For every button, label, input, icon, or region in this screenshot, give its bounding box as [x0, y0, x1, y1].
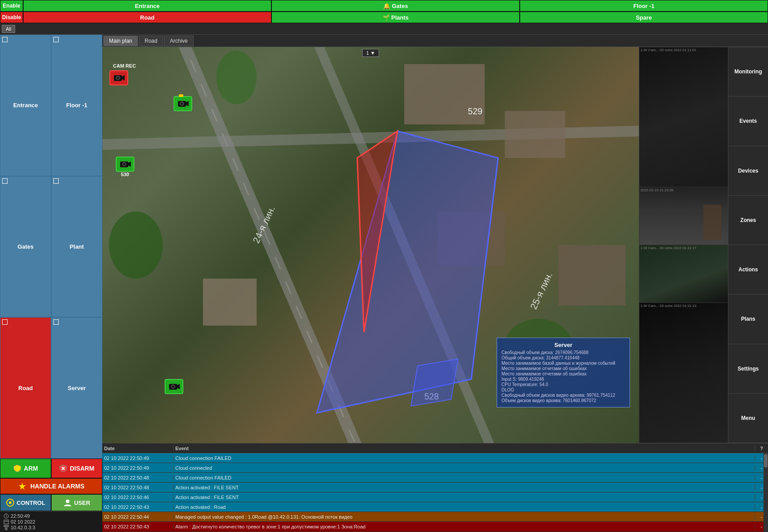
cam-feed-3[interactable]: 1:30 Cam... 03 octra 2022 01:31:17: [639, 245, 728, 303]
svg-point-4: [66, 500, 69, 503]
camera-green-bottom[interactable]: [165, 379, 183, 394]
event-row-4[interactable]: 02 10 2022 22:50:48 Action activated : F…: [102, 483, 768, 492]
status-date-row: 02 10 2022: [4, 519, 99, 524]
nav-zones[interactable]: Zones: [728, 196, 768, 245]
svg-rect-22: [505, 111, 566, 158]
cam-feed-4-time: 1:30 Cam... 03 octra 2022 01:31:13: [640, 304, 696, 308]
event-row-5[interactable]: 02 10 2022 22:50:46 Action activated : F…: [102, 492, 768, 502]
status-ip-row: 10.42.0.3:3: [4, 525, 99, 530]
entrance-checkbox[interactable]: [2, 37, 8, 42]
server-row-1: Свободный объем диска: 2674096.754688: [501, 350, 625, 355]
svg-line-7: [6, 516, 7, 517]
svg-point-49: [172, 386, 174, 387]
sidebar-cell-plant[interactable]: Plant: [51, 176, 102, 318]
section-buttons: Entrance 🔔 Gates Floor -1 Road 🌱 Plants …: [23, 0, 768, 23]
tab-road[interactable]: Road: [139, 36, 163, 46]
svg-rect-21: [203, 278, 257, 326]
tab-bar: Main plan Road Archive: [102, 35, 768, 47]
user-button[interactable]: USER: [51, 494, 102, 511]
server-row-9: Свободный объем дисков видео архива: 997…: [501, 393, 625, 398]
floor-checkbox[interactable]: [53, 37, 59, 42]
section-entrance[interactable]: Entrance: [23, 0, 271, 12]
camera-red-1[interactable]: [109, 70, 128, 85]
camera-green-530[interactable]: 530: [116, 157, 134, 177]
server-checkbox[interactable]: [53, 319, 59, 325]
all-bar: All: [0, 23, 768, 35]
svg-rect-23: [558, 245, 626, 306]
svg-rect-8: [4, 520, 8, 524]
camera-icon: [113, 73, 125, 82]
network-icon: [4, 525, 9, 530]
sidebar-cell-entrance[interactable]: Entrance: [0, 35, 51, 176]
left-sidebar: Entrance Floor -1 Gates Plant Road: [0, 35, 102, 532]
status-time: 22:50:49: [11, 513, 30, 519]
sidebar-grid: Entrance Floor -1 Gates Plant Road: [0, 35, 102, 459]
main-layout: Entrance Floor -1 Gates Plant Road: [0, 35, 768, 532]
event-row-3[interactable]: 02 10 2022 22:50:48 Cloud connection FAI…: [102, 473, 768, 483]
server-row-5: Место занимаемое отчетами об ошибках: [501, 371, 625, 376]
server-info-popup: Server Свободный объем диска: 2674096.75…: [497, 338, 630, 407]
camera-green-top[interactable]: [174, 96, 192, 111]
nav-monitoring[interactable]: Monitoring: [728, 47, 768, 97]
svg-rect-12: [5, 528, 7, 530]
svg-line-14: [6, 527, 8, 528]
disarm-button[interactable]: DISARM: [51, 459, 102, 478]
disable-button[interactable]: Disable: [0, 12, 23, 23]
nav-actions[interactable]: Actions: [728, 245, 768, 294]
all-button[interactable]: All: [2, 25, 15, 33]
scrollbar-thumb[interactable]: [764, 454, 768, 468]
calendar-icon: [4, 519, 9, 524]
nav-menu[interactable]: Menu: [728, 394, 768, 443]
nav-devices[interactable]: Devices: [728, 146, 768, 196]
event-col-q: ?: [755, 446, 768, 451]
nav-plans[interactable]: Plans: [728, 294, 768, 344]
event-row-1[interactable]: 02 10 2022 22:50:49 Cloud connection FAI…: [102, 453, 768, 463]
nav-settings[interactable]: Settings: [728, 344, 768, 394]
svg-marker-34: [411, 359, 458, 406]
event-row-7[interactable]: 02 10 2022 22:50:44 Managed output value…: [102, 512, 768, 522]
section-gates[interactable]: 🔔 Gates: [271, 0, 520, 12]
event-log-scrollbar[interactable]: [764, 453, 768, 532]
section-plants[interactable]: 🌱 Plants: [271, 12, 520, 23]
event-col-event: Event: [174, 446, 755, 451]
event-row-8[interactable]: 02 10 2022 22:50:43 Alarm : Достигнуто к…: [102, 522, 768, 532]
sidebar-cell-road[interactable]: Road: [0, 317, 51, 459]
map-viewport-selector[interactable]: 1 ▼: [362, 49, 379, 57]
section-spare[interactable]: Spare: [520, 12, 768, 23]
cam-feed-4[interactable]: 1:30 Cam... 03 octra 2022 01:31:13: [639, 303, 728, 443]
tab-archive[interactable]: Archive: [164, 36, 194, 46]
control-button[interactable]: CONTROL: [0, 494, 51, 511]
sidebar-cell-gates[interactable]: Gates: [0, 176, 51, 318]
gates-label: Gates: [17, 243, 33, 250]
section-row-1: Entrance 🔔 Gates Floor -1: [23, 0, 768, 12]
svg-text:25-я лин.: 25-я лин.: [528, 270, 554, 311]
cam-feed-1[interactable]: 1:30 Cam... 03 octra 2022 01:11:01: [639, 47, 728, 187]
tab-main-plan[interactable]: Main plan: [103, 36, 138, 46]
svg-marker-32: [317, 131, 498, 413]
user-icon: [63, 498, 72, 507]
sidebar-cell-server[interactable]: Server: [51, 317, 102, 459]
cam-feed-2-time: 2022-02-10 21:19:39: [640, 188, 673, 192]
section-road[interactable]: Road: [23, 12, 271, 23]
nav-events[interactable]: Events: [728, 97, 768, 146]
status-bar: 22:50:49 02 10 2022 10.42.0.3:3: [0, 511, 102, 532]
arm-disarm-bar: ARM DISARM: [0, 459, 102, 478]
enable-button[interactable]: Enable: [0, 0, 23, 12]
svg-point-37: [117, 77, 119, 79]
handle-alarms-button[interactable]: HANDLE ALARMS: [0, 478, 102, 494]
road-checkbox[interactable]: [2, 319, 8, 325]
camera-feeds-panel: 1:30 Cam... 03 octra 2022 01:11:01 2022-…: [639, 47, 728, 443]
event-log-header: Date Event ?: [102, 443, 768, 453]
plant-checkbox[interactable]: [53, 178, 59, 184]
gates-checkbox[interactable]: [2, 178, 8, 184]
alarm-icon: [18, 482, 27, 491]
server-label: Server: [68, 385, 85, 391]
map-container[interactable]: 24-я лин. 25-я лин. 529 528 527: [102, 47, 639, 443]
cam-530-label: 530: [116, 172, 134, 177]
event-row-2[interactable]: 02 10 2022 22:50:49 Cloud connected -: [102, 463, 768, 473]
event-row-6[interactable]: 02 10 2022 22:50:43 Action activated : R…: [102, 502, 768, 512]
sidebar-cell-floor-minus1[interactable]: Floor -1: [51, 35, 102, 176]
cam-feed-2[interactable]: 2022-02-10 21:19:39: [639, 187, 728, 245]
section-floor-minus1[interactable]: Floor -1: [520, 0, 768, 12]
arm-button[interactable]: ARM: [0, 459, 51, 478]
